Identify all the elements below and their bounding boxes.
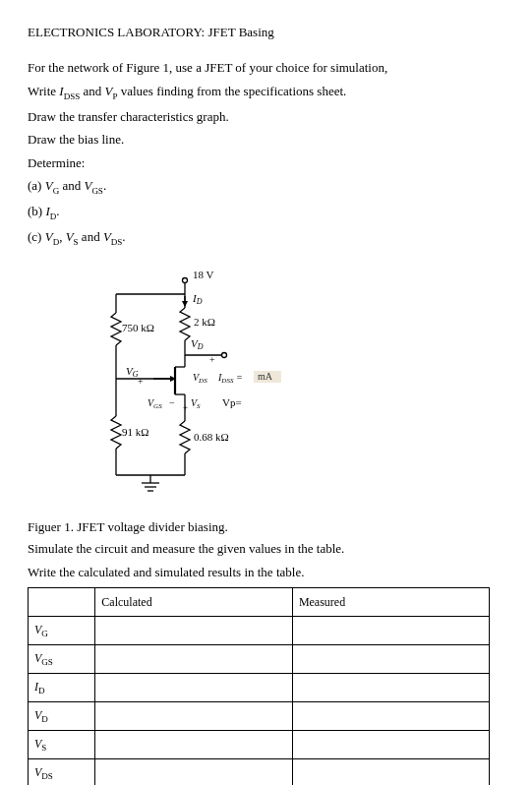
instruction-2: Write the calculated and simulated resul…	[28, 563, 504, 582]
svg-text:+: +	[138, 376, 144, 387]
svg-text:VDS: VDS	[193, 372, 207, 385]
table-row: VS	[29, 731, 490, 759]
svg-text:0.68 kΩ: 0.68 kΩ	[194, 431, 229, 443]
table-row: VD	[29, 702, 490, 731]
svg-text:VS: VS	[191, 397, 201, 410]
instruction-1: Simulate the circuit and measure the giv…	[28, 539, 504, 559]
intro-line-4: Determine:	[28, 153, 504, 173]
svg-text:+: +	[209, 354, 215, 365]
page-title: ELECTRONICS LABORATORY: JFET Basing	[28, 25, 504, 40]
table-row: ID	[29, 674, 490, 702]
table-row: VG	[29, 617, 490, 645]
header-measured: Measured	[292, 588, 489, 617]
svg-text:VGS: VGS	[148, 397, 162, 410]
figure-caption: Figuer 1. JFET voltage divider biasing.	[28, 519, 504, 535]
svg-text:IDSS =: IDSS =	[217, 372, 243, 385]
svg-text:2 kΩ: 2 kΩ	[194, 316, 215, 328]
svg-text:ID: ID	[192, 292, 203, 306]
circuit-diagram: 18 V ID 2 kΩ 750 kΩ VD + VG + VDS IDSS =…	[77, 269, 372, 500]
intro-line-1: Write IDSS and VP values finding from th…	[28, 82, 504, 103]
table-header-row: Calculated Measured	[29, 588, 490, 617]
intro-line-7: (c) VD, VS and VDS.	[28, 227, 504, 249]
intro-line-5: (a) VG and VGS.	[28, 176, 504, 198]
svg-text:VG: VG	[126, 365, 139, 379]
intro-line-6: (b) ID.	[28, 202, 504, 223]
intro-line-0: For the network of Figure 1, use a JFET …	[28, 58, 504, 78]
intro-line-3: Draw the bias line.	[28, 130, 504, 150]
vsupply-label: 18 V	[193, 269, 214, 280]
table-row: VGS	[29, 645, 490, 674]
svg-text:+: +	[183, 402, 188, 412]
intro-line-2: Draw the transfer characteristics graph.	[28, 107, 504, 127]
svg-text:91 kΩ: 91 kΩ	[122, 426, 148, 438]
header-calculated: Calculated	[95, 588, 293, 617]
results-table: Calculated Measured VG VGS ID VD VS VDS	[28, 587, 490, 785]
table-row: VDS	[29, 759, 490, 785]
svg-text:VD: VD	[191, 337, 204, 351]
svg-text:−: −	[169, 397, 175, 408]
svg-text:Vp=: Vp=	[222, 396, 242, 408]
svg-text:mA: mA	[258, 371, 273, 382]
svg-point-17	[222, 353, 227, 358]
svg-point-0	[183, 278, 188, 283]
svg-text:750 kΩ: 750 kΩ	[122, 322, 154, 333]
